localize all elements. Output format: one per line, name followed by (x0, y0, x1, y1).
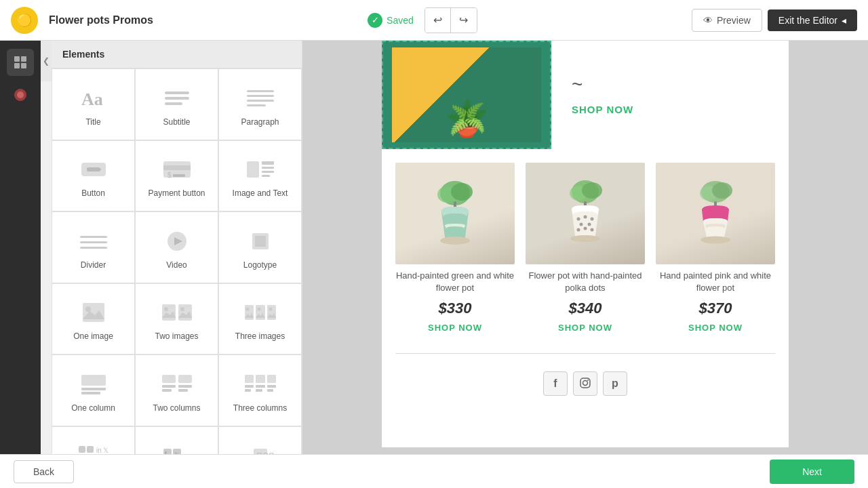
svg-rect-62 (245, 389, 251, 392)
svg-rect-32 (255, 236, 266, 247)
svg-rect-25 (262, 175, 270, 177)
svg-rect-68 (267, 389, 273, 392)
product-image-3[interactable] (656, 163, 775, 264)
elements-panel: Elements Aa Title (52, 41, 302, 488)
bottom-bar: Back Next (0, 454, 868, 488)
product-image-2[interactable] (526, 163, 645, 264)
svg-point-50 (269, 308, 272, 311)
element-two-columns[interactable]: Two columns (135, 354, 218, 426)
svg-rect-55 (162, 385, 176, 388)
svg-rect-22 (262, 161, 274, 165)
element-three-columns[interactable]: Three columns (218, 354, 302, 426)
back-button[interactable]: Back (14, 460, 74, 483)
undo-redo-group: ↩ ↪ (425, 7, 477, 33)
svg-rect-57 (178, 375, 192, 383)
preview-button[interactable]: 👁 Preview (692, 9, 762, 32)
element-one-image-label: One image (73, 331, 113, 341)
svg-point-41 (180, 307, 184, 311)
element-paragraph-label: Paragraph (241, 117, 279, 127)
next-button[interactable]: Next (770, 460, 854, 484)
svg-point-44 (245, 308, 249, 311)
svg-text:$: $ (167, 171, 172, 179)
svg-rect-60 (245, 375, 254, 383)
divider-icon (77, 228, 110, 255)
element-video[interactable]: Video (135, 211, 218, 283)
sidebar-apps-icon[interactable] (7, 49, 34, 76)
logo-button[interactable]: 🟡 (11, 7, 38, 34)
svg-point-38 (164, 307, 168, 311)
svg-rect-20 (173, 174, 185, 177)
undo-button[interactable]: ↩ (425, 8, 451, 33)
elements-header: Elements (52, 41, 302, 68)
pot-dots-svg (551, 173, 619, 254)
canvas-area: 🪴 ~ SHOP NOW (302, 41, 868, 488)
sidebar-collapse-arrow[interactable]: ❮ (41, 41, 52, 81)
exit-label: Exit the Editor (778, 15, 837, 26)
element-image-and-text[interactable]: Image and Text (218, 140, 302, 212)
svg-rect-2 (14, 63, 20, 68)
svg-rect-1 (21, 56, 26, 62)
svg-text:𝕏: 𝕏 (103, 447, 108, 454)
redo-button[interactable]: ↪ (451, 8, 477, 33)
three-columns-icon (244, 371, 277, 398)
instagram-button[interactable] (573, 371, 597, 396)
exit-editor-button[interactable]: Exit the Editor ◂ (768, 9, 857, 31)
element-subtitle-label: Subtitle (163, 117, 190, 127)
svg-rect-58 (178, 385, 192, 388)
main-layout: ❮ Elements Aa Title (0, 41, 868, 488)
svg-rect-67 (267, 385, 276, 388)
product-card-1: Hand-painted green and white flower pot … (395, 163, 515, 333)
facebook-button[interactable]: f (543, 371, 568, 396)
svg-point-98 (570, 235, 600, 242)
email-canvas: 🪴 ~ SHOP NOW (382, 41, 789, 447)
element-divider[interactable]: Divider (52, 211, 135, 283)
product-image-1[interactable] (395, 163, 515, 264)
hero-text-area: ~ SHOP NOW (551, 60, 789, 129)
product-shop-1[interactable]: SHOP NOW (428, 323, 482, 333)
product-shop-3[interactable]: SHOP NOW (688, 323, 743, 333)
pot-pink-svg (682, 173, 749, 254)
product-shop-2[interactable]: SHOP NOW (558, 323, 612, 333)
svg-rect-8 (165, 97, 189, 100)
element-three-images[interactable]: Three images (218, 283, 302, 355)
social-footer: f p (382, 361, 789, 407)
element-one-column[interactable]: One column (52, 354, 135, 426)
svg-text:in: in (96, 447, 102, 454)
svg-rect-63 (256, 375, 265, 383)
svg-text:Aa: Aa (81, 89, 103, 109)
element-paragraph[interactable]: Paragraph (218, 68, 302, 140)
element-button[interactable]: Button (52, 140, 135, 212)
svg-rect-0 (14, 56, 20, 62)
element-title[interactable]: Aa Title (52, 68, 135, 140)
svg-rect-36 (162, 304, 176, 321)
svg-rect-13 (247, 104, 266, 106)
product-price-2: $340 (569, 300, 602, 317)
element-title-label: Title (85, 117, 100, 127)
svg-point-83 (451, 183, 473, 201)
element-one-column-label: One column (71, 403, 115, 413)
element-one-image[interactable]: One image (52, 283, 135, 355)
svg-rect-64 (256, 385, 265, 388)
element-payment-button[interactable]: $ Payment button (135, 140, 218, 212)
product-card-3: Hand painted pink and white flower pot $… (656, 163, 775, 333)
element-logotype[interactable]: Logotype (218, 211, 302, 283)
svg-rect-39 (178, 304, 192, 321)
one-image-icon (77, 299, 110, 326)
saved-label: Saved (387, 15, 414, 26)
product-name-2: Flower pot with hand-painted polka dots (526, 270, 645, 294)
svg-rect-59 (178, 389, 188, 392)
product-name-3: Hand painted pink and white flower pot (656, 270, 775, 294)
element-button-label: Button (81, 188, 105, 198)
hero-image[interactable]: 🪴 (382, 41, 551, 149)
element-two-images[interactable]: Two images (135, 283, 218, 355)
element-subtitle[interactable]: Subtitle (135, 68, 218, 140)
elements-grid: Aa Title Subtitle (52, 68, 302, 488)
hero-tilde: ~ (572, 74, 768, 96)
svg-rect-12 (247, 100, 274, 102)
sidebar-color-icon[interactable] (7, 81, 34, 108)
button-icon (77, 156, 110, 183)
svg-rect-15 (87, 167, 100, 171)
pinterest-button[interactable]: p (603, 371, 627, 396)
topbar-right: 👁 Preview Exit the Editor ◂ (692, 9, 857, 32)
hero-shop-now-link[interactable]: SHOP NOW (572, 104, 633, 115)
